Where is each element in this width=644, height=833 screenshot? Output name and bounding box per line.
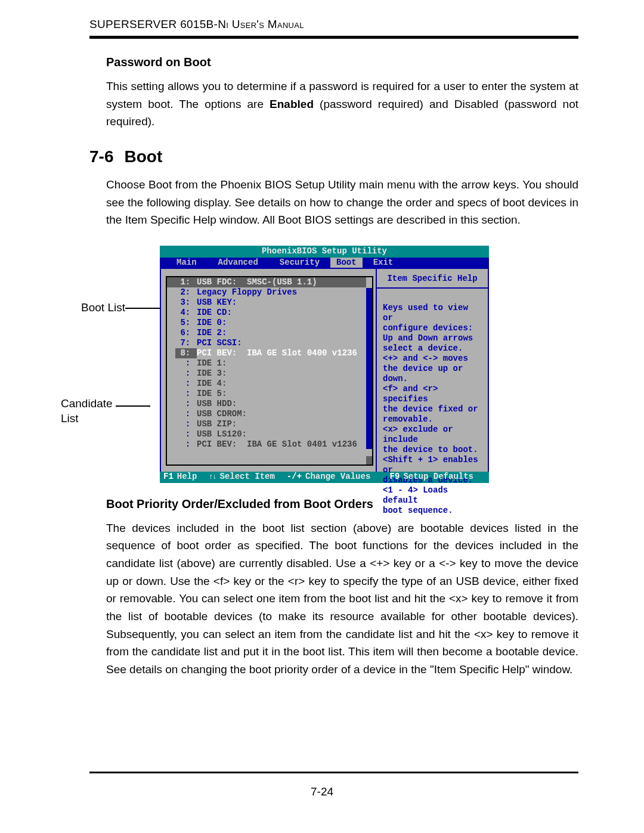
key-f9: F9	[390, 472, 400, 482]
boot-order-row[interactable]: :USB HDD:	[167, 399, 372, 409]
bios-window: PhoenixBIOS Setup Utility Main Advanced …	[160, 246, 489, 483]
bios-boot-order-box[interactable]: 1:USB FDC: SMSC-(USB 1.1) 2:Legacy Flopp…	[166, 276, 373, 466]
row-index: 1:	[175, 277, 197, 287]
running-head: SUPERSERVER 6015B-Ni User's Manual	[89, 18, 578, 31]
row-label: USB KEY:	[197, 298, 237, 308]
bios-menu-bar: Main Advanced Security Boot Exit	[160, 258, 489, 269]
boot-order-row[interactable]: 8:PCI BEV: IBA GE Slot 0400 v1236	[167, 348, 372, 358]
footer-rule	[89, 772, 578, 773]
row-label: PCI SCSI:	[197, 338, 242, 348]
row-label: USB HDD:	[197, 399, 237, 409]
footer-select: ↑↓Select Item	[209, 472, 274, 482]
boot-order-row[interactable]: 5:IDE 0:	[167, 318, 372, 328]
key-plusminus: -/+	[287, 472, 302, 482]
row-index: :	[175, 429, 197, 439]
bios-figure: Boot List Candidate List PhoenixBIOS Set…	[106, 246, 578, 484]
row-index: 7:	[175, 338, 197, 348]
row-index: :	[175, 379, 197, 389]
footer-help: F1Help	[163, 472, 197, 482]
boot-order-row[interactable]: :IDE 3:	[167, 368, 372, 379]
row-index: :	[175, 439, 197, 450]
row-label: USB CDROM:	[197, 409, 247, 419]
paragraph-password-on-boot: This setting allows you to determine if …	[106, 78, 578, 131]
key-arrows-icon: ↑↓	[209, 472, 216, 482]
boot-order-row[interactable]: 7:PCI SCSI:	[167, 338, 372, 348]
row-label: IDE 5:	[197, 389, 227, 399]
row-label: USB LS120:	[197, 429, 247, 439]
boot-order-row[interactable]: :IDE 4:	[167, 379, 372, 389]
row-label: PCI BEV: IBA GE Slot 0400 v1236	[197, 348, 357, 358]
row-index: 3:	[175, 298, 197, 308]
key-select-label: Select Item	[219, 472, 274, 482]
boot-order-row[interactable]: 1:USB FDC: SMSC-(USB 1.1)	[167, 277, 372, 287]
boot-order-row[interactable]: 3:USB KEY:	[167, 298, 372, 308]
row-label: IDE CD:	[197, 308, 232, 318]
key-f1: F1	[163, 472, 174, 482]
bios-title-bar: PhoenixBIOS Setup Utility	[160, 246, 489, 258]
callout-candidate-list: Candidate List	[61, 396, 125, 426]
header-rule	[89, 36, 578, 39]
row-index: :	[175, 399, 197, 409]
row-label: IDE 1:	[197, 358, 227, 368]
bios-menu-security[interactable]: Security	[269, 258, 330, 268]
row-label: IDE 4:	[197, 379, 227, 389]
row-index: 8:	[175, 348, 197, 358]
row-index: 4:	[175, 308, 197, 318]
bios-help-title: Item Specific Help	[377, 274, 488, 289]
row-index: 2:	[175, 287, 197, 298]
row-index: :	[175, 368, 197, 379]
scrollbar-thumb	[366, 449, 372, 456]
paragraph-boot-priority: The devices included in the boot list se…	[106, 519, 578, 679]
boot-order-row[interactable]: :USB ZIP:	[167, 419, 372, 429]
boot-order-row[interactable]: :USB LS120:	[167, 429, 372, 439]
bios-menu-exit[interactable]: Exit	[363, 258, 404, 268]
row-index: :	[175, 419, 197, 429]
text-bold: Enabled	[270, 98, 314, 110]
boot-order-row[interactable]: :PCI BEV: IBA GE Slot 0401 v1236	[167, 439, 372, 450]
bios-menu-main[interactable]: Main	[166, 258, 208, 268]
row-index: :	[175, 358, 197, 368]
section-heading-boot: 7-6Boot	[89, 147, 578, 166]
row-label: IDE 3:	[197, 368, 227, 379]
key-f1-label: Help	[177, 472, 197, 482]
bios-menu-advanced[interactable]: Advanced	[208, 258, 269, 268]
bios-menu-boot[interactable]: Boot	[330, 258, 363, 268]
boot-order-row[interactable]: 4:IDE CD:	[167, 308, 372, 318]
row-index: :	[175, 389, 197, 399]
boot-order-row[interactable]: 2:Legacy Floppy Drives	[167, 287, 372, 298]
section-title: Boot	[124, 147, 162, 166]
section-number: 7-6	[89, 147, 113, 166]
key-change-label: Change Values	[305, 472, 370, 482]
paragraph-boot-intro: Choose Boot from the Phoenix BIOS Setup …	[106, 176, 578, 229]
row-label: Legacy Floppy Drives	[197, 287, 297, 298]
row-label: USB FDC: SMSC-(USB 1.1)	[197, 277, 317, 287]
subheading-boot-priority: Boot Priority Order/Excluded from Boot O…	[106, 497, 578, 511]
bios-body: 1:USB FDC: SMSC-(USB 1.1) 2:Legacy Flopp…	[160, 269, 489, 472]
footer-change: -/+Change Values	[287, 472, 370, 482]
bios-scrollbar[interactable]	[366, 277, 372, 465]
callout-boot-list: Boot List	[78, 301, 125, 314]
boot-order-row[interactable]: :IDE 5:	[167, 389, 372, 399]
row-index: :	[175, 409, 197, 419]
boot-order-row[interactable]: :USB CDROM:	[167, 409, 372, 419]
boot-order-row[interactable]: 6:IDE 2:	[167, 328, 372, 338]
row-label: PCI BEV: IBA GE Slot 0401 v1236	[197, 439, 357, 450]
page-number: 7-24	[0, 785, 644, 798]
row-label: IDE 2:	[197, 328, 227, 338]
footer-defaults: F9Setup Defaults	[390, 472, 473, 482]
row-index: 5:	[175, 318, 197, 328]
bios-help-pane: Item Specific Help Keys used to view or …	[377, 269, 488, 472]
subheading-password-on-boot: Password on Boot	[106, 55, 578, 69]
bios-footer: F1Help ↑↓Select Item -/+Change Values F9…	[160, 472, 489, 483]
bios-help-body: Keys used to view or configure devices: …	[383, 303, 482, 516]
row-index: 6:	[175, 328, 197, 338]
row-label: IDE 0:	[197, 318, 227, 328]
bios-left-pane: 1:USB FDC: SMSC-(USB 1.1) 2:Legacy Flopp…	[161, 269, 377, 472]
scrollbar-down-icon	[366, 456, 372, 465]
row-label: USB ZIP:	[197, 419, 237, 429]
key-f9-label: Setup Defaults	[403, 472, 473, 482]
scrollbar-thumb	[366, 277, 372, 288]
boot-order-row[interactable]: :IDE 1:	[167, 358, 372, 368]
